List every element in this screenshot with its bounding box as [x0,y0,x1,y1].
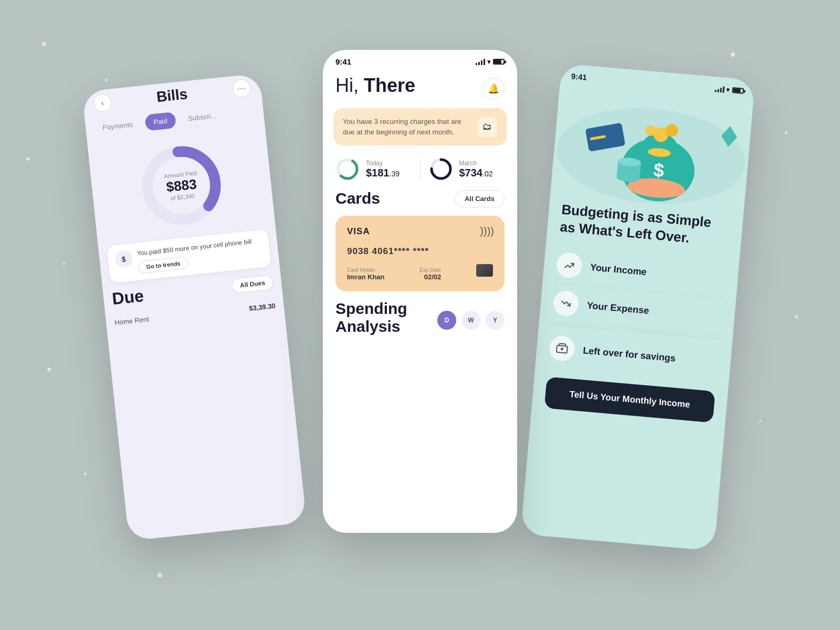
battery-icon [493,59,505,65]
income-icon [562,258,576,272]
expense-icon [559,297,573,310]
center-status-bar: 9:41 ▾ [323,50,517,69]
stat-today-info: Today $181.39 [366,160,400,179]
tab-subscriptions[interactable]: Subscri... [179,107,226,128]
expense-label: Your Expense [586,300,649,316]
stat-today-value: $181.39 [366,167,400,179]
card-expiry: Exp Date 02/02 [419,267,441,281]
spending-title: Spending [335,300,407,318]
right-signal-icon [715,86,724,93]
stat-march-value: $734.02 [459,167,493,179]
due-title: Due [111,286,145,309]
expense-icon-circle [552,290,580,317]
donut-chart-area: Amount Paid $883 of $2,340 [87,124,276,247]
due-item-name: Home Rent [114,315,149,327]
back-button[interactable]: ‹ [93,93,112,112]
credit-card: VISA )))) 9038 4061**** **** Card Holder… [335,216,505,291]
all-cards-button[interactable]: All Cards [455,190,505,207]
march-chart [429,157,453,181]
spending-tab-w[interactable]: W [461,311,480,330]
chip-icon [476,264,493,277]
stats-row: Today $181.39 March $734.02 [323,154,517,190]
cards-title: Cards [335,190,380,207]
card-holder-info: Card Holder Imran Khan [347,267,385,281]
svg-point-22 [561,348,563,350]
card-holder-label: Card Holder [347,267,385,273]
cards-section: Cards All Cards VISA )))) 9038 4061**** … [323,190,517,291]
card-holder-name: Imran Khan [347,273,385,281]
card-bottom: Card Holder Imran Khan Exp Date 02/02 [347,264,493,281]
right-wifi-icon: ▾ [726,86,730,94]
all-dues-button[interactable]: All Dues [232,275,274,293]
hero-svg: $ [550,79,754,211]
tab-paid[interactable]: Paid [144,112,176,131]
savings-label: Left over for savings [583,345,676,364]
more-button[interactable]: ··· [232,79,251,98]
phone-right: 9:41 ▾ $ [520,64,755,551]
stat-march-info: March $734.02 [459,160,493,179]
alert-card-icon: 🗂 [477,117,497,137]
income-icon-circle [555,251,583,279]
greeting-there: There [364,75,415,96]
income-label: Your Income [590,261,647,277]
card-exp-date: 02/02 [419,273,441,281]
signal-icon [476,59,485,65]
budgeting-title: Budgeting is as Simple as What's Left Ov… [559,201,730,250]
due-item-amount: $3,39.30 [248,302,276,312]
spending-section: Spending Analysis D W Y [323,291,517,335]
cards-header: Cards All Cards [335,190,505,207]
card-exp-label: Exp Date [419,267,441,273]
card-brand: VISA [347,226,370,237]
today-chart [335,157,360,181]
notif-dollar-icon: $ [114,250,133,268]
savings-icon [555,342,569,355]
greeting-hi: Hi, [335,75,359,96]
alert-text: You have 3 recurring charges that are du… [343,117,471,137]
status-icons-center: ▾ [476,58,505,66]
donut-center: Amount Paid $883 of $2,340 [163,170,199,202]
cta-button[interactable]: Tell Us Your Monthly Income [544,376,716,423]
greeting-row: Hi, There 🔔 [323,69,517,108]
spending-tab-d[interactable]: D [437,311,456,330]
tab-payments[interactable]: Payments [93,116,142,136]
card-top-row: VISA )))) [347,226,493,237]
hero-illustration: $ [550,79,754,211]
wifi-icon: ▾ [487,58,491,66]
card-tap-icon: )))) [480,225,494,237]
svg-text:$: $ [653,159,665,182]
bills-title: Bills [156,86,188,106]
bell-button[interactable]: 🔔 [482,78,505,100]
spending-header: Spending Analysis D W Y [335,300,505,335]
right-battery-icon [732,87,744,94]
stat-march-label: March [459,160,493,167]
alert-card: You have 3 recurring charges that are du… [333,108,507,145]
go-to-trends-button[interactable]: Go to trends [138,256,188,274]
stat-divider [420,159,421,180]
spending-tabs: D W Y [437,311,505,330]
greeting-text: Hi, There [335,75,415,96]
spending-tab-y[interactable]: Y [486,311,505,330]
stat-today-label: Today [366,160,400,167]
spending-title2: Analysis [335,318,407,335]
stat-today: Today $181.39 [335,157,412,181]
savings-icon-circle [549,335,576,362]
phones-container: ‹ Bills ··· Payments Paid Subscri... Amo… [105,39,735,591]
center-time: 9:41 [335,57,351,66]
phone-center: 9:41 ▾ Hi, There 🔔 You have 3 recurring … [323,50,517,533]
budgeting-content: Budgeting is as Simple as What's Left Ov… [532,195,744,424]
stat-march: March $734.02 [429,157,505,181]
phone-left: ‹ Bills ··· Payments Paid Subscri... Amo… [82,74,307,541]
spending-title-group: Spending Analysis [335,300,407,335]
savings-item: Left over for savings [548,327,720,383]
card-number: 9038 4061**** **** [347,246,493,257]
